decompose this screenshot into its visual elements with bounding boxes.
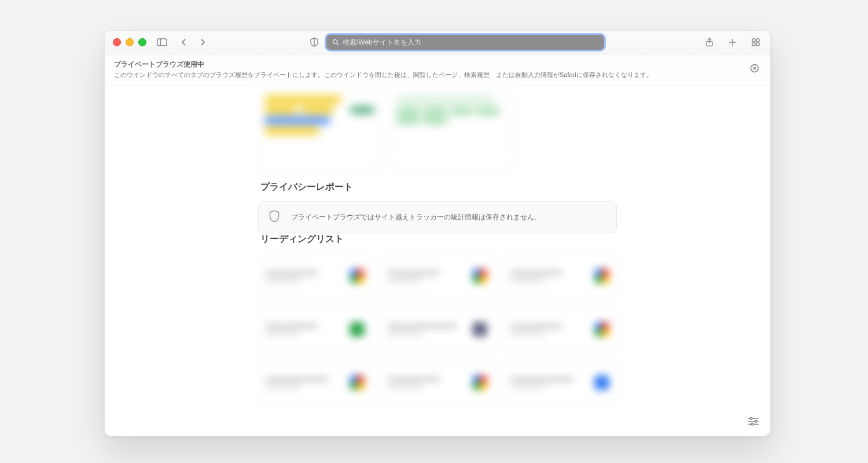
reading-list-item[interactable] [503,253,617,299]
svg-rect-10 [752,43,755,46]
reading-list-item[interactable] [503,360,617,405]
svg-point-20 [751,423,753,425]
svg-rect-11 [756,43,759,46]
reading-list-item[interactable] [258,307,372,352]
private-banner-body: このウインドウのすべてのタブのブラウズ履歴をプライベートにします。このウインドウ… [114,71,653,79]
toolbar: 検索/Webサイト名を入力 [105,31,770,54]
reading-list-item[interactable] [380,307,494,352]
svg-rect-8 [752,39,755,42]
address-bar[interactable]: 検索/Webサイト名を入力 [326,35,604,50]
banner-close-button[interactable] [748,62,761,75]
forward-button[interactable] [196,36,209,49]
tab-overview-icon[interactable] [749,36,762,49]
reading-list-item[interactable] [380,253,494,299]
svg-rect-0 [157,39,167,46]
reading-list-item[interactable] [380,360,494,405]
back-button[interactable] [178,36,190,49]
svg-line-3 [337,43,339,45]
sidebar-toggle-icon[interactable] [156,36,168,49]
svg-point-2 [333,39,337,43]
maximize-window-button[interactable] [138,38,146,46]
privacy-report-card[interactable]: プライベートブラウズではサイト越えトラッカーの統計情報は保存されません。 [258,201,617,233]
svg-rect-9 [756,39,759,42]
private-banner-title: プライベートブラウズ使用中 [114,60,653,69]
reading-list-item[interactable] [503,307,617,352]
share-icon[interactable] [703,36,716,49]
search-icon [332,39,339,46]
privacy-report-message: プライベートブラウズではサイト越えトラッカーの統計情報は保存されません。 [291,212,541,222]
reading-list-blurred [258,253,617,405]
start-page-content: プライバシーレポート プライベートブラウズではサイト越えトラッカーの統計情報は保… [105,86,770,436]
new-tab-button[interactable] [726,36,739,49]
safari-window: 検索/Webサイト名を入力 [104,30,771,436]
svg-point-19 [755,420,757,422]
reading-list-title: リーディングリスト [260,233,617,245]
privacy-shield-icon[interactable] [308,36,321,49]
svg-point-18 [750,417,752,420]
private-browsing-banner: プライベートブラウズ使用中 このウインドウのすべてのタブのブラウズ履歴をプライベ… [105,54,770,86]
reading-list-item[interactable] [258,360,372,405]
favorites-blurred [258,90,617,171]
minimize-window-button[interactable] [126,38,134,46]
privacy-report-title: プライバシーレポート [260,181,617,193]
address-bar-placeholder: 検索/Webサイト名を入力 [343,38,421,47]
window-controls [113,38,146,46]
shield-icon [269,210,279,225]
start-page-settings-icon[interactable] [747,415,760,428]
close-window-button[interactable] [113,38,121,46]
reading-list-item[interactable] [258,253,372,299]
